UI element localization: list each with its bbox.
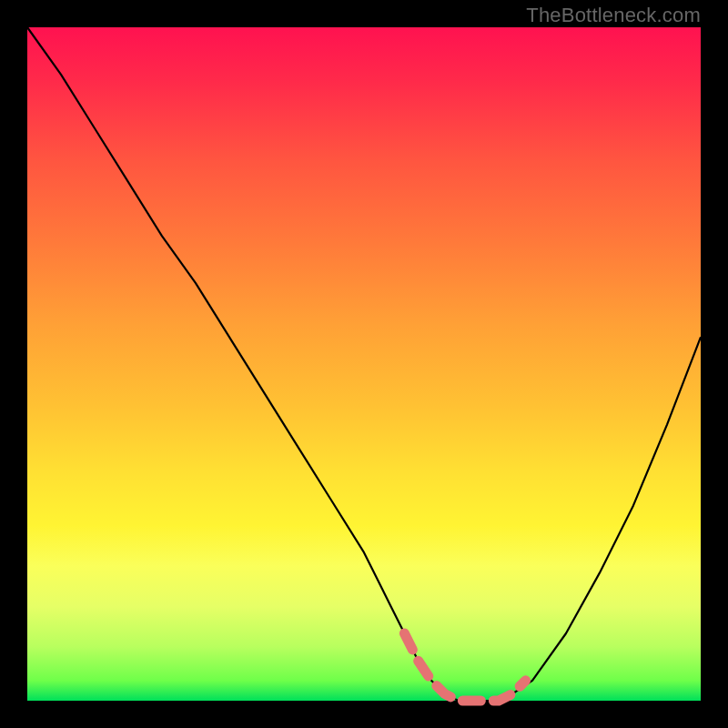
plot-area bbox=[27, 27, 701, 701]
watermark-text: TheBottleneck.com bbox=[526, 4, 701, 27]
curve-layer bbox=[27, 27, 701, 701]
highlight-dash bbox=[404, 633, 525, 701]
bottleneck-curve bbox=[27, 27, 701, 701]
highlight-markers bbox=[404, 633, 525, 701]
curve-svg bbox=[27, 27, 701, 701]
chart-frame: TheBottleneck.com bbox=[0, 0, 728, 728]
